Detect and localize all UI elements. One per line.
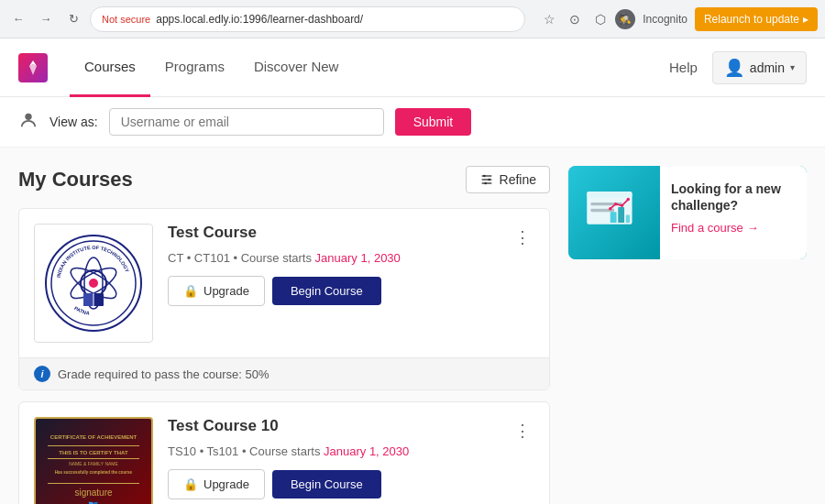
- svg-point-0: [25, 113, 31, 119]
- lock-icon-1: 🔒: [183, 284, 198, 298]
- profile-button[interactable]: ⊙: [564, 8, 586, 30]
- back-button[interactable]: ←: [7, 8, 29, 30]
- address-bar[interactable]: Not secure apps.local.edly.io:1996/learn…: [90, 6, 525, 32]
- course-2-meta-prefix: TS10 • Ts101 • Course starts: [168, 444, 320, 458]
- svg-point-13: [89, 279, 98, 288]
- relaunch-button[interactable]: Relaunch to update ▸: [695, 7, 818, 31]
- cert-presented-to: THIS IS TO CERTIFY THAT: [59, 450, 127, 457]
- user-menu[interactable]: 👤 admin ▾: [712, 51, 807, 84]
- help-link[interactable]: Help: [669, 60, 698, 75]
- incognito-label: Incognito: [643, 13, 688, 26]
- course-card-2-main: CERTIFICATE OF ACHIEVEMENT THIS IS TO CE…: [19, 402, 549, 504]
- course-card-1: INDIAN INSTITUTE OF TECHNOLOGY PATNA Tes…: [18, 208, 550, 390]
- bookmark-button[interactable]: ☆: [538, 8, 560, 30]
- course-thumbnail-2: CERTIFICATE OF ACHIEVEMENT THIS IS TO CE…: [34, 417, 153, 504]
- course-2-more-button[interactable]: ⋮: [511, 417, 534, 444]
- refine-label: Refine: [500, 172, 536, 187]
- svg-rect-20: [587, 192, 632, 198]
- url-text: apps.local.edly.io:1996/learner-dashboar…: [156, 13, 363, 26]
- main-nav: Courses Programs Discover New: [70, 38, 353, 97]
- upgrade-label-2: Upgrade: [204, 477, 249, 491]
- forward-button[interactable]: →: [35, 8, 57, 30]
- courses-section: My Courses Refine: [18, 166, 550, 504]
- view-as-input[interactable]: [109, 108, 384, 136]
- grade-text-1: Grade required to pass the course: 50%: [58, 367, 270, 381]
- courses-header: My Courses Refine: [18, 166, 550, 193]
- relaunch-label: Relaunch to update: [704, 13, 799, 26]
- course-1-begin-button[interactable]: Begin Course: [272, 277, 381, 305]
- refine-icon: [479, 172, 494, 187]
- incognito-icon: 🕵: [619, 13, 632, 25]
- course-1-grade-info: i Grade required to pass the course: 50%: [19, 357, 549, 389]
- cert-recipient: NAME & FAMILY NAME: [48, 458, 140, 466]
- courses-title: My Courses: [18, 168, 133, 192]
- app-header: Courses Programs Discover New Help 👤 adm…: [0, 38, 825, 97]
- sidebar: Looking for a new challenge? Find a cour…: [568, 166, 807, 504]
- course-name-2: Test Course 10: [168, 417, 279, 435]
- user-avatar-icon: 👤: [724, 58, 744, 78]
- not-secure-indicator: Not secure: [102, 14, 150, 25]
- svg-point-4: [483, 175, 486, 178]
- svg-point-28: [621, 204, 623, 207]
- challenge-title: Looking for a new challenge?: [671, 181, 796, 214]
- course-1-upgrade-button[interactable]: 🔒 Upgrade: [168, 276, 265, 306]
- cert-signature: signature: [74, 488, 112, 498]
- svg-rect-15: [83, 293, 94, 306]
- incognito-badge: 🕵: [615, 9, 635, 29]
- course-1-start-date: January 1, 2030: [315, 251, 401, 265]
- course-1-more-button[interactable]: ⋮: [511, 224, 534, 251]
- extensions-button[interactable]: ⬡: [589, 8, 611, 30]
- view-as-bar: View as: Submit: [0, 97, 825, 148]
- course-meta-2: TS10 • Ts101 • Course starts January 1, …: [168, 444, 534, 458]
- course-info-2: Test Course 10 ⋮ TS10 • Ts101 • Course s…: [168, 417, 534, 504]
- find-course-arrow: →: [747, 221, 759, 235]
- course-1-meta-prefix: CT • CT101 • Course starts: [168, 251, 312, 265]
- browser-actions: ☆ ⊙ ⬡ 🕵 Incognito Relaunch to update ▸: [538, 7, 818, 31]
- username-label: admin: [750, 60, 785, 75]
- course-1-actions: 🔒 Upgrade Begin Course: [168, 276, 534, 306]
- svg-point-26: [609, 207, 611, 210]
- view-as-label: View as:: [50, 115, 98, 129]
- cert-body-text: Has successfully completed the course: [55, 470, 132, 476]
- view-as-icon: [18, 110, 38, 135]
- svg-rect-24: [618, 207, 624, 223]
- course-meta-1: CT • CT101 • Course starts January 1, 20…: [168, 251, 534, 265]
- course-name-1: Test Course: [168, 224, 257, 242]
- user-dropdown-arrow: ▾: [790, 62, 795, 72]
- svg-point-5: [488, 179, 490, 181]
- challenge-image: [568, 166, 660, 259]
- course-card-1-main: INDIAN INSTITUTE OF TECHNOLOGY PATNA Tes…: [19, 209, 549, 357]
- find-course-text: Find a course: [671, 221, 743, 235]
- svg-point-29: [627, 198, 630, 201]
- course-info-2-top: Test Course 10 ⋮: [168, 417, 534, 444]
- find-course-link[interactable]: Find a course →: [671, 221, 796, 235]
- lock-icon-2: 🔒: [183, 477, 198, 491]
- header-right: Help 👤 admin ▾: [669, 51, 807, 84]
- reload-button[interactable]: ↻: [62, 8, 84, 30]
- relaunch-arrow: ▸: [803, 13, 808, 26]
- main-content: My Courses Refine: [0, 148, 825, 504]
- course-2-actions: 🔒 Upgrade Begin Course: [168, 469, 534, 499]
- submit-button[interactable]: Submit: [395, 108, 472, 136]
- course-info-1-top: Test Course ⋮: [168, 224, 534, 251]
- svg-rect-25: [626, 215, 630, 224]
- svg-point-27: [614, 203, 617, 205]
- course-2-upgrade-button[interactable]: 🔒 Upgrade: [168, 469, 265, 499]
- nav-discover-new[interactable]: Discover New: [239, 38, 354, 97]
- challenge-content: Looking for a new challenge? Find a cour…: [660, 166, 807, 259]
- info-icon-1: i: [34, 366, 50, 382]
- nav-courses[interactable]: Courses: [70, 38, 150, 97]
- course-info-1: Test Course ⋮ CT • CT101 • Course starts…: [168, 224, 534, 343]
- course-card-2: CERTIFICATE OF ACHIEVEMENT THIS IS TO CE…: [18, 401, 550, 504]
- course-2-start-date: January 1, 2030: [324, 444, 409, 458]
- refine-button[interactable]: Refine: [466, 166, 550, 193]
- challenge-card: Looking for a new challenge? Find a cour…: [568, 166, 807, 259]
- browser-chrome: ← → ↻ Not secure apps.local.edly.io:1996…: [0, 0, 825, 38]
- svg-point-6: [484, 182, 487, 185]
- svg-rect-23: [610, 212, 617, 223]
- nav-programs[interactable]: Programs: [150, 38, 239, 97]
- app-logo: [18, 53, 48, 82]
- course-thumbnail-1: INDIAN INSTITUTE OF TECHNOLOGY PATNA: [34, 224, 153, 343]
- cert-title-text: CERTIFICATE OF ACHIEVEMENT: [50, 434, 137, 442]
- course-2-begin-button[interactable]: Begin Course: [272, 470, 381, 499]
